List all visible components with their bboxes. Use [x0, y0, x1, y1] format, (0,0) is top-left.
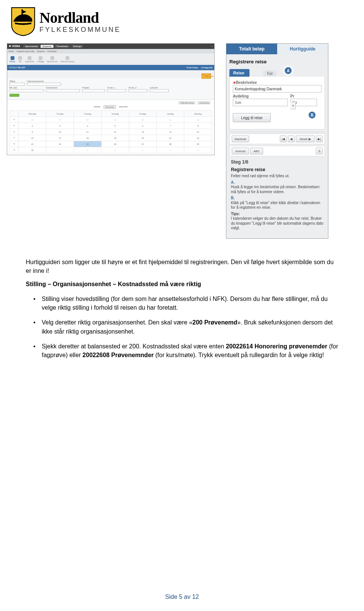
tab-hurtigguide[interactable]: Hurtigguide	[277, 44, 328, 54]
btn-next[interactable]: Neste ▶	[296, 135, 315, 142]
subtab[interactable]: Innstillinger	[47, 50, 56, 52]
brand-name: Nordland	[39, 10, 121, 25]
btn-hurtigguide[interactable]: Hurtigguide	[201, 66, 213, 69]
btn-legg-til-reise[interactable]: Legg til reise	[233, 113, 271, 122]
inp-stilling[interactable]	[9, 83, 25, 86]
top-tab-expense[interactable]: Expense	[41, 45, 53, 48]
sub-tab-reise[interactable]: Reise	[229, 69, 249, 77]
dropdown-icon[interactable]: ▾	[290, 102, 296, 109]
subtab[interactable]: Oppgaver	[36, 50, 45, 52]
btn-startside[interactable]: Startside	[232, 135, 249, 142]
bullet-2: Velg deretter riktig organisasjonsenhet.…	[26, 318, 338, 335]
mode-sammendrag[interactable]: Sammendrag	[61, 56, 74, 63]
inp-kostnad[interactable]	[46, 89, 80, 92]
section-b-label: B.	[231, 196, 235, 200]
btn-last[interactable]: ▶|	[316, 135, 323, 142]
month-current[interactable]: November	[104, 105, 116, 109]
lbl-kostnad: Kostnadssted	[46, 87, 80, 89]
inp-fri1[interactable]	[107, 89, 126, 92]
mode-kjorebok[interactable]: Kjørebok	[25, 56, 34, 63]
lbl-prosjekt: Prosjekt	[82, 87, 105, 89]
section-a-label: A.	[231, 180, 235, 184]
inp-prosjekt[interactable]	[82, 89, 105, 92]
tips-label: Tips:	[231, 212, 240, 216]
inp-org[interactable]	[27, 83, 61, 86]
total-label: TOTALT BELØP	[9, 66, 25, 69]
callout-a: A	[285, 67, 292, 74]
btn-first[interactable]: |◀	[280, 135, 287, 142]
svg-rect-0	[22, 9, 23, 16]
sent-status: Ikke sendt	[205, 75, 213, 77]
user-info: —	[211, 45, 213, 47]
lbl-lokal: Lokal dim	[150, 87, 169, 89]
sub-tab-kjo[interactable]: Kjø	[263, 70, 276, 77]
mode-reise[interactable]: Reise	[9, 56, 15, 63]
app-screenshot: ❖ VISMA Hjemmeside Expense Timesheets Se…	[7, 43, 215, 155]
inp-avdeling[interactable]	[233, 99, 288, 106]
lbl-balsted: Bal. sted	[9, 87, 44, 89]
top-tab-timesheets[interactable]: Timesheets	[55, 45, 70, 48]
cal-view-list[interactable]: Listevisning	[198, 101, 210, 104]
tab-totalt-belop[interactable]: Totalt beløp	[226, 44, 277, 54]
cal-view-calendar[interactable]: Kalendervisning	[179, 101, 195, 104]
tips-text: I kalenderen velger du den datoen du har…	[231, 216, 323, 230]
subtab[interactable]: Oppgaver (personlig)	[16, 50, 34, 52]
bullet-3: Sjekk deretter at balansested er 200. Ko…	[26, 342, 338, 359]
brand-subtitle: FYLKESKOMMUNE	[39, 26, 121, 33]
brand-header: Nordland FYLKESKOMMUNE	[0, 0, 364, 41]
btn-print-icon[interactable]: ⎙	[316, 148, 323, 154]
section-b-text: Klikk på "Legg til reise" eller klikk di…	[231, 201, 320, 210]
inp-fri2[interactable]	[129, 89, 147, 92]
guide-heading: Registrere reise	[229, 59, 325, 65]
doc-heading: Stilling – Organisasjonsenhet – Kostnads…	[26, 280, 338, 288]
lbl-pr: Pr	[290, 94, 317, 98]
mode-diett[interactable]: Diett/nisse	[47, 56, 58, 63]
inp-lokal[interactable]	[150, 89, 169, 92]
inp-beskrivelse[interactable]	[233, 85, 322, 93]
doc-intro: Hurtigguiden som ligger ute til høyre er…	[26, 258, 338, 275]
callout-b: B	[309, 112, 315, 118]
page-footer: Side 5 av 12	[0, 594, 364, 600]
btn-abc[interactable]: ABC	[250, 148, 263, 154]
guide-intro: Felter med rød stjerne må fylles ut.	[231, 174, 323, 179]
lbl-fri2: Fri dim. 2	[129, 87, 147, 89]
inp-balsted[interactable]	[9, 89, 44, 92]
btn-totalt[interactable]: Totalt beløp	[186, 66, 198, 69]
subtab[interactable]: Varsler	[8, 50, 14, 52]
lbl-stilling: Stilling	[9, 80, 25, 82]
document-body: Hurtigguiden som ligger ute til høyre er…	[0, 246, 364, 360]
lbl-avdeling: Avdeling	[233, 94, 288, 98]
mode-utlegg[interactable]: Utlegg	[37, 56, 44, 63]
vendor-logo: ❖ VISMA	[9, 45, 20, 48]
guide-subtitle: Registrere reise	[231, 167, 323, 172]
month-next[interactable]: Desember	[118, 105, 129, 109]
lbl-fri1: Fri dim. 1	[107, 87, 126, 89]
bullet-1: Stilling viser hovedstilling (for dem so…	[26, 294, 338, 312]
mode-bil[interactable]: Bil	[18, 56, 22, 63]
hurtigguide-panel: Totalt beløp Hurtigguide Registrere reis…	[226, 43, 328, 239]
step-indicator: Steg 1/6	[231, 159, 323, 165]
lbl-org: Organisasjonsenhet	[27, 80, 61, 82]
btn-prev[interactable]: ◀	[288, 135, 295, 142]
calendar-grid[interactable]: MandagTirsdag OnsdagTorsdag FredagLørdag…	[9, 110, 212, 153]
lbl-beskrivelse: ∗Beskrivelse	[233, 80, 322, 85]
legg-til-reise-chip[interactable]	[9, 94, 19, 97]
month-prev[interactable]: Oktober	[92, 105, 102, 109]
btn-innhold[interactable]: Innhold	[232, 148, 249, 154]
top-tab-home[interactable]: Hjemmeside	[23, 45, 39, 48]
top-tab-settings[interactable]: Settings	[71, 45, 83, 48]
shield-logo	[11, 7, 36, 36]
section-a-text: Husk å legge inn beskrivelse på reisen. …	[231, 185, 319, 194]
